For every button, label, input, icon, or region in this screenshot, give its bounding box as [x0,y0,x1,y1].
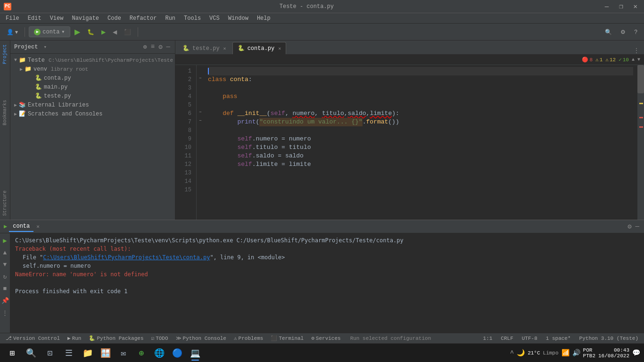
console-output[interactable]: C:\Users\BlueShift\PycharmProjects\Teste… [10,233,644,333]
tray-sound[interactable]: 🔊 [572,349,580,357]
menu-edit[interactable]: Edit [24,14,45,23]
menu-navigate[interactable]: Navigate [68,14,103,23]
notif-chevron-up[interactable]: ▲ [632,57,635,62]
taskbar-task-view-btn[interactable]: ⊡ [41,345,58,362]
tree-item-scratches[interactable]: ▶ 📝 Scratches and Consoles [10,109,175,118]
status-python-console[interactable]: ≫ Python Console [174,335,228,341]
tray-network[interactable]: 📶 [561,349,570,357]
warning-badge[interactable]: ⚠ 1 [595,57,603,63]
code-line-1[interactable] [208,67,633,75]
menu-window[interactable]: Window [224,14,252,23]
bottom-tab-run[interactable]: conta [9,222,33,232]
menu-view[interactable]: View [46,14,67,23]
code-line-15[interactable] [208,186,633,194]
taskbar-app-explorer[interactable]: 📁 [79,345,96,362]
tab-close-conta[interactable]: ✕ [278,46,281,51]
status-services[interactable]: ⚙ Services [309,335,342,341]
code-line-11[interactable]: self.saldo = saldo [208,152,633,160]
run-scroll-up-btn[interactable]: ▲ [3,248,7,258]
taskbar-app-xbox[interactable]: ⊕ [133,345,150,362]
project-vertical-tab[interactable]: Project [1,41,9,68]
menu-run[interactable]: Run [161,14,179,23]
run-stop-btn[interactable]: ■ [3,284,7,294]
options-icon[interactable]: ⚙ [157,42,163,52]
taskbar-app-store[interactable]: 🪟 [97,345,114,362]
status-python-packages[interactable]: 🐍 Python Packages [87,335,145,341]
tab-more-btn[interactable]: ⋮ [631,47,642,54]
editor-content[interactable]: 1 2 3 4 5 6 7 8 9 10 11 12 13 14 15 [175,65,637,220]
bottom-settings-icon[interactable]: ⚙ [627,222,632,231]
error-badge[interactable]: 🔴 8 [582,57,593,63]
collapse-all-icon[interactable]: ≡ [150,42,156,52]
code-line-8[interactable] [208,126,633,135]
status-indent[interactable]: 1 space* [544,336,573,341]
taskbar-app-mail[interactable]: ✉ [115,345,132,362]
run-pin-btn[interactable]: 📌 [1,296,9,306]
info-badge[interactable]: ⚠ 12 [605,57,616,63]
code-line-6[interactable]: def __init__(self, numero, titulo,saldo,… [208,109,633,118]
console-path-link[interactable]: C:\Users\BlueShift\PycharmProjects\Teste… [43,254,210,261]
search-everywhere-btn[interactable]: 🔍 [602,27,615,37]
status-position[interactable]: 1:1 [481,336,495,341]
bottom-close-icon[interactable]: — [635,222,640,231]
tree-item-venv[interactable]: ▶ 📁 venv library root [10,65,175,74]
ok-badge[interactable]: ✓ 10 [619,57,629,63]
debug-button[interactable]: 🐛 [84,27,97,37]
profile-button[interactable]: ◀ [110,27,120,37]
tree-item-conta[interactable]: 🐍 conta.py [10,74,175,82]
notif-chevron-down[interactable]: ▼ [637,57,640,62]
taskbar-search-btn[interactable]: 🔍 [23,345,40,362]
locate-file-icon[interactable]: ⊕ [142,42,148,52]
code-area[interactable]: class conta: pass def __init__(self, num… [204,65,637,220]
toolbar-profile-btn[interactable]: 👤 ▾ [4,27,21,37]
right-scrollbar-markers[interactable] [637,65,644,220]
tree-item-teste-root[interactable]: ▼ 📁 Teste C:\Users\BlueShift\PycharmProj… [10,56,175,65]
run-scroll-down-btn[interactable]: ▼ [3,260,7,270]
structure-vertical-tab[interactable]: Structure [1,187,9,220]
tray-weather[interactable]: 🌙 [517,349,525,357]
status-encoding[interactable]: UTF-8 [520,336,539,341]
code-line-9[interactable]: self.numero = numero [208,135,633,143]
tab-close-teste[interactable]: ✕ [223,46,226,51]
tree-item-ext-libs[interactable]: ▶ 📚 External Libraries [10,100,175,109]
tab-teste-py[interactable]: 🐍 teste.py ✕ [177,42,231,54]
run-config-dropdown[interactable]: ▶ conta ▾ [29,26,70,37]
taskbar-app-edge[interactable]: 🌐 [151,345,168,362]
run-play-btn[interactable]: ▶ [3,235,7,246]
menu-refactor[interactable]: Refactor [126,14,161,23]
taskbar-widgets-btn[interactable]: ☰ [60,345,77,362]
status-terminal[interactable]: ⬛ Terminal [269,335,305,341]
project-dropdown-icon[interactable]: ▾ [43,44,47,50]
menu-vcs[interactable]: VCS [206,14,223,23]
code-line-10[interactable]: self.titulo = titulo [208,143,633,152]
maximize-button[interactable]: ❐ [616,1,626,11]
settings-btn[interactable]: ⚙ [618,27,628,37]
run-rerun-btn[interactable]: ↻ [3,272,7,282]
menu-help[interactable]: Help [253,14,274,23]
menu-file[interactable]: File [2,14,23,23]
close-button[interactable]: ✕ [631,1,640,11]
fold-7[interactable]: – [197,118,204,126]
taskbar-app-pycharm[interactable]: 💻 [187,345,204,362]
tray-chevron[interactable]: ^ [510,349,514,357]
help-btn[interactable]: ? [631,27,640,37]
tray-notification[interactable]: 💬 [632,349,640,357]
stop-button[interactable]: ⬛ [121,27,134,37]
bookmarks-vertical-tab[interactable]: Bookmarks [1,96,9,129]
code-line-3[interactable] [208,84,633,92]
taskbar-start-btn[interactable]: ⊞ [4,345,21,362]
coverage-button[interactable]: ▶ [99,27,108,37]
minimize-button[interactable]: — [602,2,611,11]
code-line-2[interactable]: class conta: [208,75,633,84]
taskbar-app-chrome[interactable]: 🔵 [169,345,186,362]
code-line-5[interactable] [208,101,633,109]
status-version-control[interactable]: ⎇ Version Control [4,335,62,341]
tab-conta-py[interactable]: 🐍 conta.py ✕ [232,42,287,54]
scrollbar-handle[interactable] [637,65,644,93]
menu-tools[interactable]: Tools [180,14,205,23]
fold-6[interactable]: – [197,109,204,118]
taskbar-language[interactable]: POR PTB2 [583,347,595,359]
bottom-tab-run-close[interactable]: ✕ [36,223,40,230]
tree-item-main[interactable]: 🐍 main.py [10,82,175,91]
code-line-4[interactable]: pass [208,92,633,101]
